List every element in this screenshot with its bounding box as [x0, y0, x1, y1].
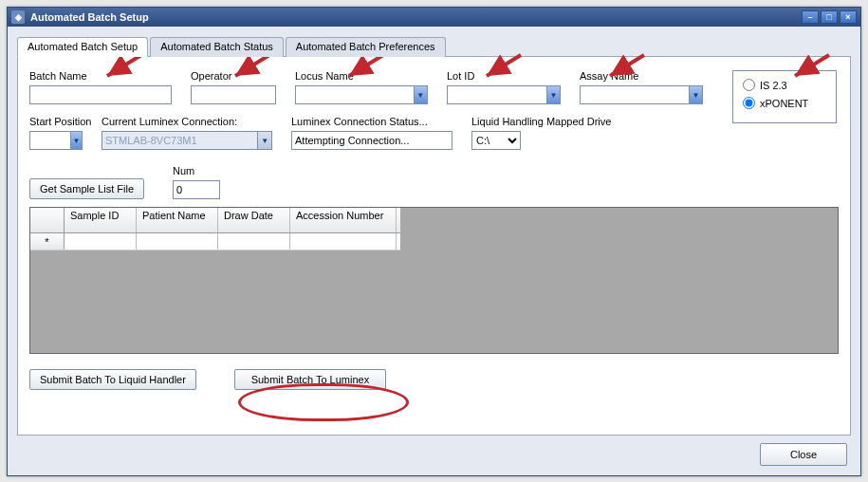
start-position-label: Start Position	[29, 116, 83, 127]
operator-input[interactable]	[191, 85, 276, 104]
start-position-combo[interactable]: ▼	[29, 131, 83, 150]
liquid-drive-select[interactable]: C:\	[471, 131, 521, 150]
submit-liquid-handler-button[interactable]: Submit Batch To Liquid Handler	[29, 369, 196, 390]
row-marker: *	[30, 233, 65, 250]
col-draw-date[interactable]: Draw Date	[218, 208, 290, 232]
operator-label: Operator	[191, 70, 276, 82]
window-title: Automated Batch Setup	[30, 11, 149, 23]
luminex-conn-status-label: Luminex Connection Status...	[291, 116, 452, 127]
assay-name-combo[interactable]: ▼	[580, 85, 703, 104]
lot-id-combo[interactable]: ▼	[447, 85, 561, 104]
sample-grid[interactable]: Sample ID Patient Name Draw Date Accessi…	[29, 207, 839, 354]
col-patient-name[interactable]: Patient Name	[137, 208, 218, 232]
cell-accession-number[interactable]	[290, 233, 397, 250]
liquid-drive-label: Liquid Handling Mapped Drive	[471, 116, 623, 127]
current-luminex-conn-value	[102, 132, 257, 149]
platform-xponent-label: xPONENT	[760, 98, 808, 109]
assay-name-label: Assay Name	[580, 70, 703, 82]
tab-automated-batch-status[interactable]: Automated Batch Status	[150, 37, 284, 57]
client-area: Automated Batch Setup Automated Batch St…	[8, 27, 860, 475]
row-top-fields: Batch Name Operator Locus Name ▼ Lot ID	[29, 70, 839, 104]
cell-sample-id[interactable]	[65, 233, 137, 250]
app-icon: ◈	[11, 10, 25, 24]
batch-name-input[interactable]	[29, 85, 172, 104]
chevron-down-icon[interactable]: ▼	[257, 132, 271, 149]
current-luminex-conn-combo[interactable]: ▼	[102, 131, 272, 150]
tab-panel: Batch Name Operator Locus Name ▼ Lot ID	[17, 56, 851, 436]
footer: Close	[760, 443, 847, 466]
batch-name-label: Batch Name	[29, 70, 172, 82]
tab-automated-batch-preferences[interactable]: Automated Batch Preferences	[286, 37, 446, 57]
platform-is23-radio[interactable]	[743, 79, 755, 91]
close-window-button[interactable]: ×	[840, 10, 857, 24]
lot-id-value[interactable]	[448, 86, 546, 103]
locus-name-label: Locus Name	[295, 70, 428, 82]
platform-xponent-radio[interactable]	[743, 97, 755, 109]
platform-group: IS 2.3 xPONENT	[732, 70, 837, 123]
luminex-conn-status-value	[291, 131, 452, 150]
assay-name-value[interactable]	[581, 86, 689, 103]
submit-row: Submit Batch To Liquid Handler Submit Ba…	[29, 369, 839, 390]
submit-luminex-button[interactable]: Submit Batch To Luminex	[234, 369, 386, 390]
platform-is23-label: IS 2.3	[760, 80, 787, 91]
table-row[interactable]: *	[30, 233, 400, 250]
window: ◈ Automated Batch Setup – □ × Automated …	[7, 7, 861, 476]
chevron-down-icon[interactable]: ▼	[689, 86, 702, 103]
minimize-button[interactable]: –	[802, 10, 819, 24]
chevron-down-icon[interactable]: ▼	[414, 86, 427, 103]
num-label: Num	[173, 165, 220, 176]
chevron-down-icon[interactable]: ▼	[546, 86, 560, 103]
grid-corner	[30, 208, 65, 232]
sample-list-row: Get Sample List File Num	[29, 165, 839, 199]
chevron-down-icon[interactable]: ▼	[70, 132, 82, 149]
current-luminex-conn-label: Current Luminex Connection:	[102, 116, 272, 127]
row-connection-fields: Start Position ▼ Current Luminex Connect…	[29, 116, 839, 150]
start-position-value[interactable]	[30, 132, 70, 149]
locus-name-value[interactable]	[296, 86, 414, 103]
tabstrip: Automated Batch Setup Automated Batch St…	[17, 36, 851, 56]
lot-id-label: Lot ID	[447, 70, 561, 82]
cell-patient-name[interactable]	[137, 233, 218, 250]
locus-name-combo[interactable]: ▼	[295, 85, 428, 104]
titlebar: ◈ Automated Batch Setup – □ ×	[8, 8, 860, 27]
close-button[interactable]: Close	[760, 443, 847, 466]
num-value	[173, 180, 220, 199]
cell-draw-date[interactable]	[218, 233, 290, 250]
grid-header: Sample ID Patient Name Draw Date Accessi…	[30, 208, 400, 233]
tab-automated-batch-setup[interactable]: Automated Batch Setup	[17, 37, 148, 57]
col-sample-id[interactable]: Sample ID	[65, 208, 137, 232]
get-sample-list-button[interactable]: Get Sample List File	[29, 178, 144, 199]
maximize-button[interactable]: □	[821, 10, 838, 24]
col-accession-number[interactable]: Accession Number	[290, 208, 397, 232]
